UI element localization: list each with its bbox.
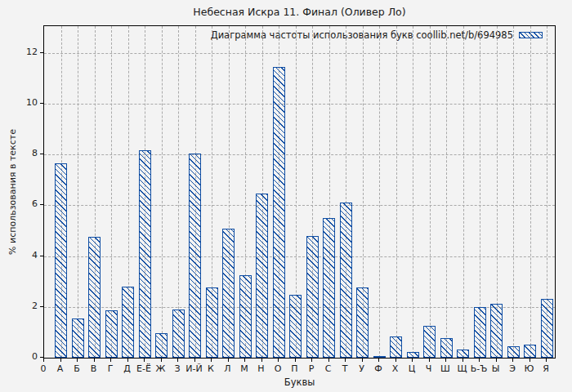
bar-У <box>356 287 369 358</box>
x-tick-mark <box>127 359 128 362</box>
bar-З <box>172 310 185 358</box>
x-tick-mark <box>244 359 245 362</box>
v-gridline <box>513 26 514 358</box>
bar-Г <box>105 310 118 358</box>
bar-И-Й <box>189 154 201 358</box>
v-gridline <box>162 26 163 358</box>
bar-В <box>88 237 101 358</box>
bar-Ц <box>407 352 419 358</box>
h-gridline <box>44 53 555 54</box>
bar-Б <box>72 318 84 358</box>
x-tick-mark <box>77 359 78 362</box>
x-tick-mark <box>194 359 195 362</box>
x-tick-mark <box>261 359 262 362</box>
bar-Т <box>340 203 352 358</box>
x-tick-mark <box>328 359 329 362</box>
bar-Ч <box>423 326 436 358</box>
bar-Х <box>390 336 402 358</box>
x-tick-mark <box>345 359 346 362</box>
y-tick-label: 6 <box>11 198 38 210</box>
y-tick-mark <box>40 357 43 358</box>
v-gridline <box>78 26 78 358</box>
x-tick-mark <box>395 359 396 362</box>
x-tick-mark <box>228 359 229 362</box>
x-tick-mark <box>177 359 178 362</box>
bar-Е-Ё <box>139 150 151 358</box>
x-tick-mark <box>110 359 111 362</box>
h-gridline <box>44 256 555 257</box>
bar-П <box>289 295 302 358</box>
v-gridline <box>413 26 413 358</box>
bar-А <box>55 163 67 358</box>
v-gridline <box>396 26 397 358</box>
bar-Э <box>507 346 520 358</box>
x-tick-mark <box>445 359 446 362</box>
v-gridline <box>111 26 112 358</box>
v-gridline <box>446 26 447 358</box>
v-gridline <box>430 26 431 358</box>
x-tick-mark <box>479 359 480 362</box>
bar-К <box>206 287 218 358</box>
v-gridline <box>379 26 380 358</box>
x-tick-mark <box>43 359 44 362</box>
h-gridline <box>44 205 555 206</box>
y-tick-mark <box>40 204 43 205</box>
h-gridline <box>44 104 555 105</box>
y-tick-label: 12 <box>11 47 38 58</box>
legend-swatch-icon <box>519 32 543 38</box>
bar-Ь-Ъ <box>474 307 486 358</box>
chart-title: Небесная Искра 11. Финал (Оливер Ло) <box>43 6 556 18</box>
x-axis-label: Буквы <box>43 376 556 388</box>
x-tick-mark <box>161 359 162 362</box>
bar-Ф <box>373 356 386 358</box>
bar-М <box>239 275 252 358</box>
x-tick-label: Я <box>533 363 559 374</box>
y-tick-mark <box>40 256 43 256</box>
y-tick-mark <box>40 52 43 53</box>
letter-frequency-chart-figure: Небесная Искра 11. Финал (Оливер Ло) % и… <box>0 0 572 392</box>
v-gridline <box>178 26 179 358</box>
x-tick-mark <box>378 359 379 362</box>
x-tick-mark <box>546 359 547 362</box>
v-gridline <box>463 26 464 358</box>
y-tick-label: 4 <box>11 250 38 261</box>
bar-С <box>323 218 335 358</box>
x-tick-mark <box>496 359 497 362</box>
y-tick-mark <box>40 154 43 154</box>
v-gridline <box>530 26 531 358</box>
plot-area: Диаграмма частоты использования букв coo… <box>43 25 556 359</box>
x-tick-mark <box>60 359 61 362</box>
legend: Диаграмма частоты использования букв coo… <box>211 29 543 41</box>
x-tick-mark <box>429 359 430 362</box>
x-tick-mark <box>412 359 413 362</box>
y-tick-label: 0 <box>11 351 38 363</box>
bar-Н <box>256 194 268 358</box>
x-tick-mark <box>362 359 363 362</box>
x-tick-mark <box>295 359 296 362</box>
h-gridline <box>44 154 555 155</box>
x-tick-mark <box>278 359 279 362</box>
bar-Я <box>541 299 553 358</box>
bar-Ы <box>490 304 503 358</box>
bar-Ш <box>440 338 453 358</box>
bar-О <box>273 67 285 358</box>
bar-Л <box>222 229 235 358</box>
y-tick-mark <box>40 103 43 104</box>
y-tick-label: 8 <box>11 148 38 159</box>
x-tick-mark <box>144 359 145 362</box>
x-tick-mark <box>512 359 513 362</box>
x-tick-mark <box>94 359 95 362</box>
y-tick-label: 10 <box>11 97 38 109</box>
bar-Ю <box>524 345 536 358</box>
y-tick-mark <box>40 306 43 307</box>
bar-Ж <box>155 333 168 358</box>
x-tick-mark <box>530 359 530 362</box>
x-tick-mark <box>211 359 212 362</box>
bar-Р <box>306 236 319 358</box>
bar-Д <box>122 287 134 358</box>
x-tick-mark <box>463 359 463 362</box>
x-tick-mark <box>311 359 312 362</box>
bar-Щ <box>457 350 469 358</box>
y-tick-label: 2 <box>11 301 38 312</box>
